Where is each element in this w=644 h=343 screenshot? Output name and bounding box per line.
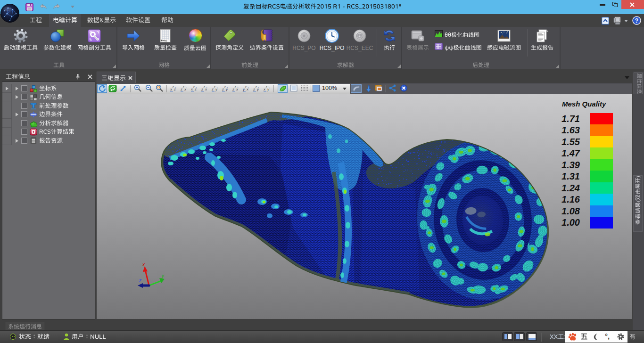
svg-text:x: x [263, 87, 266, 91]
svg-text:z: z [222, 87, 224, 91]
svg-text:y: y [242, 87, 245, 91]
svg-text:?: ? [635, 17, 638, 24]
svg-text:z: z [194, 87, 197, 91]
svg-text:z: z [180, 87, 182, 91]
svg-text:z: z [253, 87, 255, 91]
svg-text:z: z [211, 87, 214, 91]
svg-text:z: z [139, 278, 141, 283]
svg-text:x: x [190, 87, 193, 91]
svg-text:x: x [170, 87, 173, 91]
svg-text:y: y [161, 273, 165, 278]
svg-text:z: z [232, 87, 234, 91]
svg-text:x: x [142, 262, 145, 267]
svg-text:z: z [173, 87, 176, 91]
svg-text:z: z [201, 87, 203, 91]
